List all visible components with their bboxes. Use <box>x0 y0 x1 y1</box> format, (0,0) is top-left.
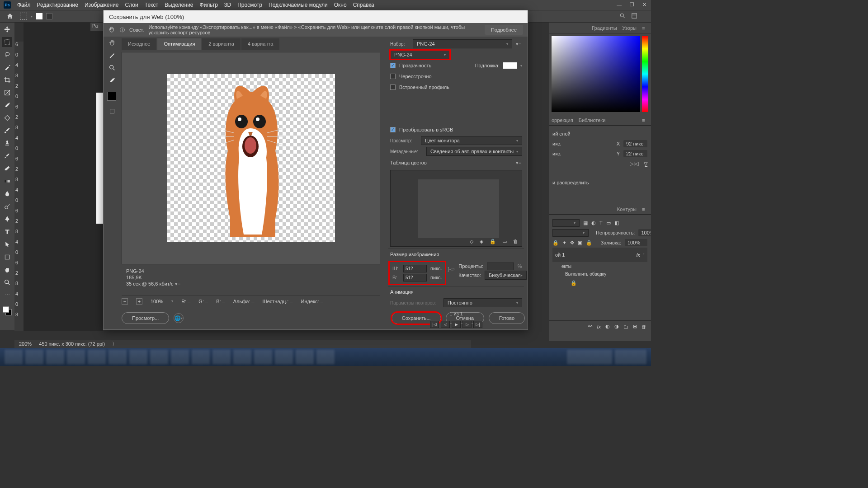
preset-menu-icon[interactable]: ▾≡ <box>516 41 522 47</box>
pen-tool[interactable] <box>2 214 12 224</box>
chevron-down-icon[interactable]: ▾ <box>31 14 33 19</box>
tab-corrections[interactable]: оррекция <box>552 117 573 123</box>
tab-patterns[interactable]: Узоры <box>623 25 637 31</box>
width-input[interactable] <box>403 265 427 272</box>
preview-select[interactable]: Цвет монитора▾ <box>421 136 522 145</box>
filter-type-icon[interactable]: T <box>599 220 603 225</box>
tab-gradients[interactable]: Градиенты <box>592 25 617 31</box>
frame-tool[interactable] <box>2 88 12 98</box>
ct-lock-icon[interactable]: 🔒 <box>490 239 496 244</box>
menu-layers[interactable]: Слои <box>125 2 138 8</box>
ct-icon[interactable]: ◇ <box>470 239 473 244</box>
format-select[interactable]: PNG-24▾ <box>390 50 450 59</box>
next-frame-button[interactable]: ▷ <box>462 321 472 328</box>
interlaced-checkbox[interactable] <box>390 74 396 79</box>
eraser-tool[interactable] <box>2 164 12 174</box>
taskbar-item[interactable] <box>316 350 335 364</box>
eyedropper-tool[interactable] <box>2 100 12 110</box>
eyedropper-tool[interactable] <box>107 75 117 85</box>
menu-plugins[interactable]: Подключаемые модули <box>269 2 328 8</box>
matte-swatch[interactable] <box>503 62 517 69</box>
taskbar-item[interactable] <box>171 350 189 364</box>
taskbar-item[interactable] <box>275 350 293 364</box>
tab-libraries[interactable]: Библиотеки <box>579 117 606 123</box>
taskbar-item[interactable] <box>296 350 314 364</box>
x-value[interactable]: 92 пикс. <box>623 140 647 147</box>
type-tool[interactable] <box>2 227 12 237</box>
menu-window[interactable]: Окно <box>334 2 347 8</box>
transparency-checkbox[interactable] <box>390 63 396 68</box>
hue-slider[interactable] <box>642 36 648 112</box>
home-icon[interactable] <box>4 12 16 21</box>
layer-effects[interactable]: екты <box>552 262 647 271</box>
chevron-right-icon[interactable]: 〉 <box>112 341 117 347</box>
gradient-tool[interactable] <box>2 176 12 186</box>
adjustment-icon[interactable]: ◑ <box>614 324 619 329</box>
mask-icon[interactable]: ◐ <box>605 324 610 329</box>
history-brush-tool[interactable] <box>2 151 12 161</box>
zoom-value[interactable]: 100% <box>151 299 163 304</box>
document-tab[interactable]: Pa <box>90 23 103 31</box>
colortable-menu-icon[interactable]: ▾≡ <box>516 160 522 166</box>
taskbar-clock[interactable] <box>615 350 646 364</box>
brush-tool[interactable] <box>2 126 12 136</box>
move-tool[interactable] <box>2 24 12 34</box>
menu-view[interactable]: Просмотр <box>237 2 262 8</box>
path-select-tool[interactable] <box>2 239 12 249</box>
preset-select[interactable]: PNG-24▾ <box>413 39 512 48</box>
slice-visibility-icon[interactable] <box>107 106 117 116</box>
flip-h-icon[interactable]: ▷|◁ <box>630 161 638 167</box>
lock-icon[interactable]: 🔒 <box>552 240 559 246</box>
filter-shape-icon[interactable]: ▭ <box>606 220 611 226</box>
maximize-icon[interactable]: ❐ <box>630 2 634 8</box>
preview-canvas[interactable] <box>167 74 335 242</box>
ct-trash-icon[interactable]: 🗑 <box>513 239 518 244</box>
color-picker[interactable] <box>549 33 651 115</box>
taskbar-item[interactable] <box>88 350 106 364</box>
menu-edit[interactable]: Редактирование <box>37 2 78 8</box>
close-icon[interactable]: ✕ <box>642 2 646 8</box>
tab-2up[interactable]: 2 варианта <box>202 38 241 50</box>
marquee-preset-icon[interactable] <box>20 13 27 20</box>
fx-badge[interactable]: fx <box>636 252 640 258</box>
ct-new-icon[interactable]: ▭ <box>502 239 507 244</box>
lock-pos-icon[interactable]: ✥ <box>570 240 574 246</box>
lasso-tool[interactable] <box>2 50 12 60</box>
browser-preview-icon[interactable]: 🌐▾ <box>174 313 184 323</box>
hand-tool[interactable] <box>2 265 12 275</box>
taskbar-item[interactable] <box>233 350 251 364</box>
crop-tool[interactable] <box>2 75 12 85</box>
taskbar-tray[interactable] <box>567 350 612 364</box>
zoom-tool[interactable] <box>2 277 12 287</box>
zoom-out-button[interactable]: − <box>122 298 128 305</box>
menu-image[interactable]: Изображение <box>85 2 119 8</box>
learn-more-button[interactable]: Подробнее <box>485 25 523 35</box>
play-button[interactable]: ▶ <box>452 321 461 328</box>
zoom-in-button[interactable]: + <box>136 298 142 305</box>
taskbar-item[interactable] <box>5 350 23 364</box>
preview-button[interactable]: Просмотр... <box>122 312 169 324</box>
quality-select[interactable]: Бикубическая▾ <box>485 271 527 280</box>
taskbar-item[interactable] <box>192 350 210 364</box>
swatch-white[interactable] <box>36 13 42 19</box>
taskbar-item[interactable] <box>212 350 231 364</box>
metadata-select[interactable]: Сведения об авт. правах и контакты▾ <box>426 147 522 156</box>
taskbar-item[interactable] <box>254 350 272 364</box>
menu-3d[interactable]: 3D <box>224 2 231 8</box>
taskbar-item[interactable] <box>67 350 85 364</box>
stamp-tool[interactable] <box>2 138 12 148</box>
overlap-icon[interactable] <box>46 13 52 19</box>
layer-stroke-effect[interactable]: Выполнить обводку <box>552 271 647 277</box>
tab-4up[interactable]: 4 варианта <box>241 38 280 50</box>
fx-icon[interactable]: fx <box>597 324 601 329</box>
layer-row[interactable]: ой 1fx˅ <box>552 248 647 262</box>
percent-input[interactable] <box>487 263 514 270</box>
edit-toolbar-icon[interactable]: ⋯ <box>2 290 12 300</box>
new-layer-icon[interactable]: ⊞ <box>633 324 637 329</box>
taskbar-item[interactable] <box>150 350 168 364</box>
blur-tool[interactable] <box>2 189 12 199</box>
height-input[interactable] <box>403 274 427 282</box>
zoom-tool[interactable] <box>107 63 117 73</box>
taskbar-item[interactable] <box>46 350 64 364</box>
menu-filter[interactable]: Фильтр <box>200 2 218 8</box>
